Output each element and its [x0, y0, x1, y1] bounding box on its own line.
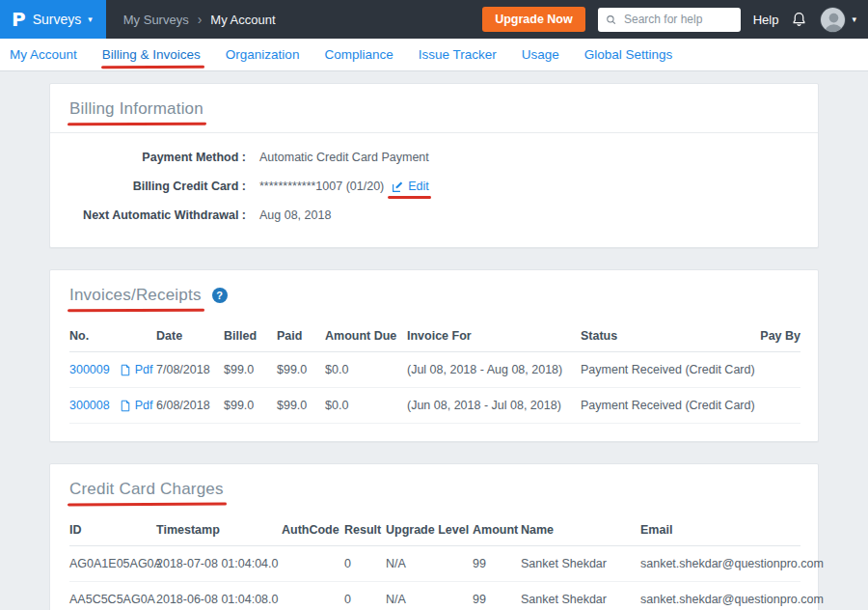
- tab-compliance[interactable]: Compliance: [312, 39, 405, 71]
- invoices-header-row: No. Date Billed Paid Amount Due Invoice …: [69, 320, 800, 352]
- chevron-down-icon: ▾: [852, 15, 856, 24]
- charge-row: AG0A1E05AG0A 2018-07-08 01:04:04.0 0 N/A…: [69, 546, 800, 582]
- breadcrumb-my-surveys[interactable]: My Surveys: [123, 13, 189, 27]
- field-value-text: Aug 08, 2018: [259, 208, 331, 222]
- billing-credit-card-row: Billing Credit Card : ************1007 (…: [69, 172, 799, 201]
- col-paid: Paid: [277, 320, 325, 352]
- invoice-paid: $99.0: [277, 352, 325, 388]
- invoice-date: 7/08/2018: [156, 352, 224, 388]
- charge-amount: 99: [473, 546, 521, 582]
- annotation-underline: [388, 196, 431, 199]
- credit-card-charges-card: Credit Card Charges ID Timestamp AuthCod…: [49, 463, 819, 610]
- invoice-number-link[interactable]: 300009: [69, 363, 110, 376]
- charge-upgrade-level: N/A: [386, 582, 473, 610]
- charge-id: AA5C5C5AG0A: [69, 582, 156, 610]
- next-withdrawal-row: Next Automatic Withdrawal : Aug 08, 2018: [69, 201, 799, 230]
- col-authcode: AuthCode: [282, 514, 344, 546]
- col-id: ID: [69, 514, 156, 546]
- invoice-pdf-link[interactable]: Pdf: [120, 363, 153, 376]
- help-icon[interactable]: ?: [212, 288, 228, 303]
- col-timestamp: Timestamp: [156, 514, 282, 546]
- invoices-table-wrap: No. Date Billed Paid Amount Due Invoice …: [50, 319, 818, 441]
- title-text: Billing Information: [69, 99, 203, 118]
- field-label: Next Automatic Withdrawal :: [69, 208, 246, 222]
- payment-method-row: Payment Method : Automatic Credit Card P…: [69, 143, 799, 172]
- invoice-amount-due: $0.0: [325, 388, 407, 424]
- chevron-right-icon: ›: [198, 13, 203, 26]
- col-status: Status: [581, 320, 757, 352]
- col-result: Result: [344, 514, 386, 546]
- tab-my-account[interactable]: My Account: [10, 39, 90, 71]
- charge-amount: 99: [473, 582, 521, 610]
- main-content: Billing Information Payment Method : Aut…: [0, 71, 868, 610]
- charges-header-row: ID Timestamp AuthCode Result Upgrade Lev…: [69, 514, 800, 546]
- charge-row: AA5C5C5AG0A 2018-06-08 01:04:08.0 0 N/A …: [69, 582, 800, 610]
- charge-authcode: [282, 546, 344, 582]
- billing-credit-card-value: ************1007 (01/20) Edit: [259, 180, 429, 193]
- billing-information-card: Billing Information Payment Method : Aut…: [49, 83, 819, 248]
- charge-result: 0: [344, 582, 386, 610]
- invoice-for: (Jul 08, 2018 - Aug 08, 2018): [407, 352, 581, 388]
- edit-label: Edit: [408, 180, 429, 193]
- tab-label: Billing & Invoices: [102, 47, 201, 62]
- invoice-no-cell: 300009 Pdf: [69, 352, 156, 388]
- chevron-down-icon: ▾: [88, 15, 93, 24]
- pdf-icon: [120, 364, 131, 376]
- invoice-billed: $99.0: [224, 388, 277, 424]
- invoice-date: 6/08/2018: [156, 388, 224, 424]
- tab-usage[interactable]: Usage: [509, 39, 572, 71]
- col-name: Name: [521, 514, 640, 546]
- invoices-table: No. Date Billed Paid Amount Due Invoice …: [69, 320, 800, 424]
- charge-id: AG0A1E05AG0A: [69, 546, 156, 582]
- invoice-no-cell: 300008 Pdf: [69, 388, 156, 424]
- invoice-amount-due: $0.0: [325, 352, 407, 388]
- breadcrumb: My Surveys › My Account: [123, 13, 276, 27]
- col-upgrade-level: Upgrade Level: [386, 514, 473, 546]
- payment-method-value: Automatic Credit Card Payment: [259, 151, 429, 164]
- invoices-header: Invoices/Receipts ?: [50, 270, 818, 319]
- title-text: Credit Card Charges: [69, 480, 224, 498]
- notifications-bell-icon[interactable]: [791, 11, 807, 28]
- topbar: P Surveys ▾ My Surveys › My Account Upgr…: [0, 0, 868, 39]
- charges-table: ID Timestamp AuthCode Result Upgrade Lev…: [69, 514, 800, 610]
- tab-billing-invoices[interactable]: Billing & Invoices: [90, 39, 213, 71]
- invoice-status: Payment Received (Credit Card): [581, 352, 757, 388]
- invoice-number-link[interactable]: 300008: [69, 399, 110, 412]
- col-no: No.: [69, 320, 156, 352]
- annotation-underline: [68, 503, 227, 507]
- edit-icon: [392, 180, 404, 193]
- invoice-for: (Jun 08, 2018 - Jul 08, 2018): [407, 388, 581, 424]
- help-search-box[interactable]: [598, 8, 741, 32]
- avatar: [820, 7, 846, 33]
- tab-organization[interactable]: Organization: [213, 39, 312, 71]
- upgrade-now-button[interactable]: Upgrade Now: [482, 7, 585, 32]
- breadcrumb-current-page: My Account: [210, 13, 275, 27]
- invoices-title: Invoices/Receipts: [69, 286, 202, 305]
- charge-timestamp: 2018-07-08 01:04:04.0: [156, 546, 282, 582]
- edit-billing-card-link[interactable]: Edit: [392, 180, 429, 193]
- questionpro-logo-icon: P: [12, 10, 26, 29]
- invoice-pdf-link[interactable]: Pdf: [120, 399, 153, 412]
- product-switcher[interactable]: P Surveys ▾: [0, 0, 106, 39]
- invoice-billed: $99.0: [224, 352, 277, 388]
- charge-email: sanket.shekdar@questionpro.com: [640, 582, 800, 610]
- col-pay-by: Pay By: [757, 320, 800, 352]
- billing-fields: Payment Method : Automatic Credit Card P…: [50, 133, 818, 247]
- search-input[interactable]: [622, 12, 733, 27]
- pdf-label: Pdf: [135, 399, 153, 412]
- field-value-text: Automatic Credit Card Payment: [259, 151, 429, 164]
- tab-issue-tracker[interactable]: Issue Tracker: [406, 39, 509, 71]
- help-link[interactable]: Help: [753, 13, 779, 27]
- col-invoice-for: Invoice For: [407, 320, 581, 352]
- invoice-status: Payment Received (Credit Card): [581, 388, 757, 424]
- tab-global-settings[interactable]: Global Settings: [572, 39, 686, 71]
- invoice-paid: $99.0: [277, 388, 325, 424]
- field-label: Billing Credit Card :: [69, 180, 246, 193]
- invoice-row: 300008 Pdf: [69, 388, 800, 424]
- next-withdrawal-value: Aug 08, 2018: [259, 208, 331, 222]
- annotation-underline: [68, 309, 204, 313]
- user-menu[interactable]: ▾: [820, 7, 856, 33]
- col-amount-due: Amount Due: [325, 320, 407, 352]
- card-masked-number: ************1007 (01/20): [259, 180, 384, 193]
- col-billed: Billed: [224, 320, 277, 352]
